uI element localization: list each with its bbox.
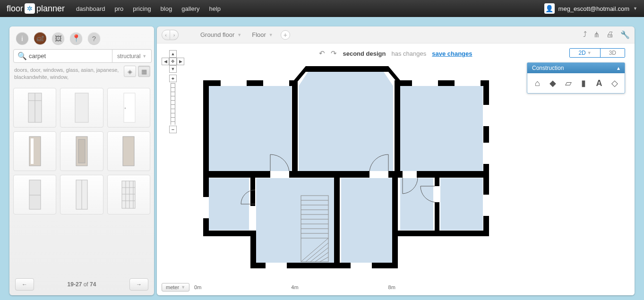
canvas[interactable]: ↶ ↷ second design has changes save chang… xyxy=(157,43,635,295)
construction-header[interactable]: Construction ▴ xyxy=(527,63,625,73)
next-page-button[interactable]: → xyxy=(129,278,148,291)
pan-left-button[interactable]: ◀ xyxy=(162,58,169,65)
info-icon[interactable]: i xyxy=(16,32,28,44)
share-icon[interactable]: ⋔ xyxy=(593,30,600,39)
library-item[interactable] xyxy=(13,88,56,128)
nav-help[interactable]: help xyxy=(209,5,221,12)
chevron-down-icon: ▼ xyxy=(181,285,185,290)
library-item[interactable] xyxy=(13,175,56,214)
svg-rect-41 xyxy=(395,86,400,175)
pager-total: 74 xyxy=(90,281,96,288)
pan-up-button[interactable]: ▲ xyxy=(169,50,177,58)
nav-pricing[interactable]: pricing xyxy=(133,5,151,12)
svg-rect-10 xyxy=(123,137,134,166)
view-3d-toggle[interactable]: ◈ xyxy=(124,66,136,77)
scale-ruler: 0m 4m 8m xyxy=(194,284,395,290)
collapse-icon: ▴ xyxy=(617,65,620,71)
chevron-down-icon: ▼ xyxy=(633,6,637,11)
svg-rect-55 xyxy=(270,171,289,178)
library-item[interactable] xyxy=(60,131,103,171)
floor-dropdown-2[interactable]: Floor ▼ xyxy=(249,31,276,38)
history-nav: ‹ › xyxy=(162,30,179,40)
svg-rect-45 xyxy=(392,178,398,234)
view-2d-toggle[interactable]: ▦ xyxy=(138,66,150,77)
library-item[interactable] xyxy=(107,131,150,171)
pan-pad: ▲ ◀✥▶ ▼ xyxy=(162,50,184,73)
pan-right-button[interactable]: ▶ xyxy=(177,58,184,65)
tag-suggestions[interactable]: doors, door, windows, glass, asian, japa… xyxy=(14,67,120,81)
nav-pro[interactable]: pro xyxy=(115,5,124,12)
svg-rect-49 xyxy=(412,80,438,86)
avatar-icon: 👤 xyxy=(544,3,555,14)
tool-surface-icon[interactable]: ◆ xyxy=(547,77,559,89)
svg-point-5 xyxy=(125,107,126,109)
tool-dimension-icon[interactable]: ◇ xyxy=(609,77,621,89)
zoom-out-button[interactable]: − xyxy=(169,126,177,133)
export-icon[interactable]: ⤴ xyxy=(583,30,587,39)
pan-down-button[interactable]: ▼ xyxy=(169,65,177,73)
svg-rect-35 xyxy=(203,231,256,236)
logo[interactable]: floor ✲ planner xyxy=(7,3,65,14)
search-input[interactable] xyxy=(29,52,108,60)
tool-door-icon[interactable]: ▮ xyxy=(577,77,590,89)
pager: ← 19-27 of 74 → xyxy=(13,274,150,291)
library-item[interactable] xyxy=(60,175,103,214)
tool-wall-icon[interactable]: ▱ xyxy=(562,77,575,89)
zoom-slider[interactable] xyxy=(171,83,175,125)
settings-icon[interactable]: 🔧 xyxy=(620,30,630,39)
item-grid xyxy=(13,88,150,214)
main-panel: ‹ › Ground floor ▼ Floor ▼ + ⤴ ⋔ 🖨 🔧 xyxy=(157,26,635,295)
zoom-in-button[interactable]: + xyxy=(169,75,177,82)
pager-text: 19-27 of 74 xyxy=(68,281,96,288)
tool-text-icon[interactable]: A xyxy=(593,77,605,89)
chevron-down-icon: ▼ xyxy=(587,51,592,55)
pan-center-button[interactable]: ✥ xyxy=(169,58,177,65)
redo-button[interactable]: ↷ xyxy=(331,49,337,58)
add-floor-button[interactable]: + xyxy=(281,30,290,40)
save-changes-link[interactable]: save changes xyxy=(432,50,472,57)
photo-icon[interactable]: 🖼 xyxy=(52,32,64,44)
floor-plan-drawing[interactable]: .w{fill:#000;} .rm{fill:#cddeed;stroke:n… xyxy=(199,62,492,275)
floor-dropdown-1[interactable]: Ground floor ▼ xyxy=(197,31,244,38)
nav-forward-button[interactable]: › xyxy=(170,30,179,40)
location-icon[interactable]: 📍 xyxy=(70,32,82,44)
library-item[interactable] xyxy=(107,175,150,214)
unit-dropdown[interactable]: meter ▼ xyxy=(162,283,189,291)
search-field[interactable]: 🔍 xyxy=(13,49,112,63)
help-icon[interactable]: ? xyxy=(88,32,100,44)
nav-blog[interactable]: blog xyxy=(161,5,172,12)
user-menu[interactable]: 👤 meg_escott@hotmail.com ▼ xyxy=(544,3,637,14)
svg-rect-60 xyxy=(351,263,372,268)
main-toolbar-right: ⤴ ⋔ 🖨 🔧 xyxy=(583,30,630,39)
nav-links: dashboard pro pricing blog gallery help xyxy=(76,5,221,12)
tool-room-icon[interactable]: ⌂ xyxy=(531,77,543,89)
svg-rect-42 xyxy=(203,171,489,178)
svg-rect-56 xyxy=(369,171,388,178)
nav-dashboard[interactable]: dashboard xyxy=(76,5,105,12)
filter-dropdown[interactable]: structural ▼ xyxy=(112,49,152,63)
print-icon[interactable]: 🖨 xyxy=(606,30,614,39)
nav-gallery[interactable]: gallery xyxy=(181,5,199,12)
view-2d-button[interactable]: 2D▼ xyxy=(570,49,600,57)
view-3d-button[interactable]: 3D xyxy=(601,49,625,57)
chevron-down-icon: ▼ xyxy=(269,33,273,37)
floor-dd1-label: Ground floor xyxy=(200,31,234,38)
status-bar: ↶ ↷ second design has changes save chang… xyxy=(319,49,472,58)
scale-mark-1: 4m xyxy=(291,284,298,290)
main-toolbar: ‹ › Ground floor ▼ Floor ▼ + ⤴ ⋔ 🖨 🔧 xyxy=(157,26,635,43)
prev-page-button[interactable]: ← xyxy=(15,278,34,291)
furniture-icon[interactable]: 🛋 xyxy=(34,32,46,44)
library-item[interactable] xyxy=(107,88,150,128)
nav-back-button[interactable]: ‹ xyxy=(162,30,170,40)
svg-rect-44 xyxy=(334,178,340,267)
canvas-footer: meter ▼ 0m 4m 8m xyxy=(162,283,395,291)
library-item[interactable] xyxy=(60,88,103,128)
svg-rect-59 xyxy=(266,263,287,268)
svg-marker-23 xyxy=(299,72,393,171)
scale-mark-2: 8m xyxy=(388,284,395,290)
svg-rect-7 xyxy=(31,138,34,164)
logo-icon: ✲ xyxy=(25,3,35,14)
library-item[interactable] xyxy=(13,131,56,171)
svg-rect-51 xyxy=(203,197,209,218)
undo-button[interactable]: ↶ xyxy=(319,49,325,58)
